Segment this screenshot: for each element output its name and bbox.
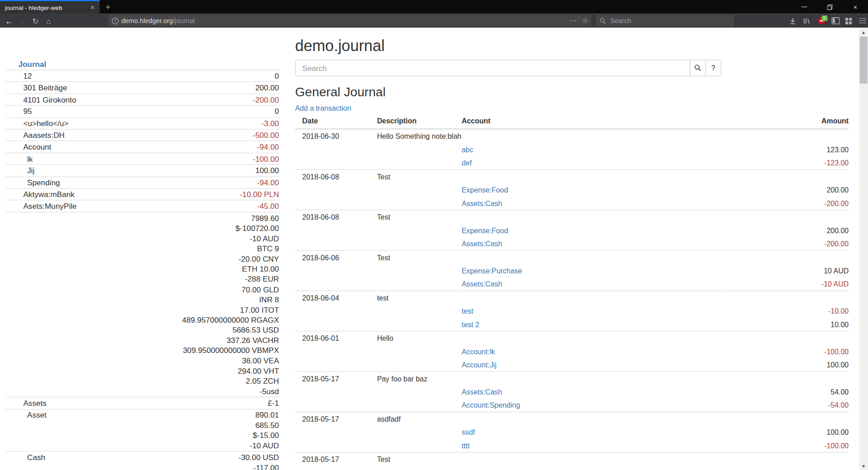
posting-account-link[interactable]: test 2 xyxy=(462,320,479,329)
posting-row[interactable]: Expense:Food200.00 xyxy=(295,224,849,237)
add-transaction-link[interactable]: Add a transaction xyxy=(295,104,351,112)
posting-account-link[interactable]: def xyxy=(462,159,472,167)
account-row: lk-100.00 xyxy=(5,153,280,165)
window-close-button[interactable]: × xyxy=(843,0,868,14)
transaction-row[interactable]: 2018-06-01Hello xyxy=(295,331,849,345)
scroll-down-arrow[interactable]: ▼ xyxy=(859,461,868,470)
posting-account-link[interactable]: Account:Jij xyxy=(462,361,496,369)
posting-row[interactable]: test-10.00 xyxy=(295,305,849,318)
browser-search-field[interactable]: Search xyxy=(596,15,734,27)
account-row: 4101 Girokonto-200.00 xyxy=(5,94,280,106)
transaction-row[interactable]: 2018-05-17Test xyxy=(295,452,849,466)
posting-row[interactable]: Expense:Food200.00 xyxy=(295,183,849,197)
account-link[interactable]: Asets:MunyPile xyxy=(23,201,76,212)
posting-row[interactable]: Account:Jij100.00 xyxy=(295,358,849,372)
account-link[interactable]: <u>hello</u> xyxy=(23,118,68,129)
posting-account-link[interactable]: Assets:Cash xyxy=(462,388,502,396)
site-info-icon[interactable]: i xyxy=(112,18,118,24)
transaction-row[interactable]: 2018-05-17Pay foo bar baz xyxy=(295,372,849,385)
sidebar-header: Journal xyxy=(5,59,280,70)
transaction-row[interactable]: 2018-06-08Test xyxy=(295,210,849,224)
posting-row[interactable]: Assets:Cash-200.00 xyxy=(295,237,849,250)
reload-button[interactable]: ↻ xyxy=(29,14,42,28)
scrollbar-thumb[interactable] xyxy=(860,37,868,84)
transaction-row[interactable]: 2018-06-04test xyxy=(295,291,849,305)
scroll-up-arrow[interactable]: ▲ xyxy=(859,28,868,37)
account-link[interactable]: Cash xyxy=(23,452,45,463)
account-link[interactable]: Spending xyxy=(23,178,60,188)
posting-account-link[interactable]: ssdf xyxy=(462,428,475,436)
posting-row[interactable]: ssdf100.00 xyxy=(295,426,849,439)
posting-row[interactable]: Account:lk-100.00 xyxy=(295,345,849,358)
account-link[interactable]: Jij xyxy=(23,165,34,176)
account-link[interactable]: Aaasets:DH xyxy=(23,130,64,141)
posting-account-link[interactable]: Account:lk xyxy=(462,348,495,356)
extension-button-2[interactable] xyxy=(842,14,855,28)
balance-amount: 17.00 ITOT xyxy=(182,305,279,315)
posting-row[interactable]: Account:Spending-54.00 xyxy=(295,399,849,412)
transaction-row[interactable]: 2018-05-17asdfadf xyxy=(295,412,849,426)
posting-row[interactable]: Expense:Purchase10 AUD xyxy=(295,264,849,277)
account-link[interactable]: 301 Beiträge xyxy=(23,83,67,93)
posting-account-link[interactable]: Assets:Cash xyxy=(462,199,502,207)
back-button[interactable]: ← xyxy=(2,14,15,28)
balance-amount: -3.00 xyxy=(261,118,279,129)
posting-account-link[interactable]: Expense:Purchase xyxy=(462,267,522,275)
posting-account-link[interactable]: Assets:Cash xyxy=(462,240,502,248)
posting-row[interactable]: abc123.00 xyxy=(295,143,849,156)
menu-button[interactable] xyxy=(856,14,868,28)
posting-row[interactable]: Assets:Cash-200.00 xyxy=(295,197,849,210)
posting-account-link[interactable]: Expense:Food xyxy=(462,186,508,194)
window-restore-button[interactable] xyxy=(817,0,842,14)
posting-account-link[interactable]: abc xyxy=(462,146,473,154)
downloads-button[interactable] xyxy=(786,14,799,28)
bookmark-star-icon[interactable]: ☆ xyxy=(579,17,591,25)
account-link[interactable]: 12 xyxy=(23,71,32,81)
balance-amount: 0 xyxy=(275,106,279,117)
forward-button[interactable]: → xyxy=(15,14,28,28)
tab-close-icon[interactable]: × xyxy=(90,4,94,11)
account-link[interactable]: Asset xyxy=(23,410,46,420)
balance-amount: -288 EUR xyxy=(182,274,279,285)
account-link[interactable]: 4101 Girokonto xyxy=(23,94,76,105)
account-link[interactable]: 95 xyxy=(23,106,32,117)
browser-tab[interactable]: journal - hledger-web × xyxy=(0,0,99,14)
posting-account-link[interactable]: test xyxy=(462,307,473,315)
journal-search-input[interactable] xyxy=(295,60,690,76)
new-tab-button[interactable]: + xyxy=(99,0,116,14)
search-help-button[interactable]: ? xyxy=(705,60,722,76)
url-bar[interactable]: i demo.hledger.org/journal ⋯ ☆ xyxy=(108,15,591,27)
window-minimize-button[interactable] xyxy=(792,0,817,14)
extension-badge: 0 xyxy=(821,15,827,21)
home-button[interactable]: ⌂ xyxy=(42,14,55,28)
account-balance: 0 xyxy=(275,71,279,81)
journal-link[interactable]: Journal xyxy=(18,60,46,69)
sidebar-toggle-button[interactable] xyxy=(829,14,842,28)
account-link[interactable]: lk xyxy=(23,154,33,164)
posting-account-link[interactable]: Expense:Food xyxy=(462,226,508,234)
posting-account: ssdf xyxy=(462,426,727,439)
transaction-row[interactable]: 2018-06-30Hello Something note:blah xyxy=(295,129,849,143)
posting-account-link[interactable]: Assets:Cash xyxy=(462,280,502,288)
transaction-row[interactable]: 2018-06-06Test xyxy=(295,250,849,264)
posting-row[interactable]: Assets:Cash-10 AUD xyxy=(295,277,849,291)
account-row: Cash-30.00 USD-117.00 xyxy=(5,451,280,470)
posting-row[interactable]: tttt-100.00 xyxy=(295,439,849,452)
account-link[interactable]: Assets xyxy=(23,398,46,409)
posting-row[interactable]: test 210.00 xyxy=(295,318,849,331)
account-link[interactable]: Account xyxy=(23,142,51,152)
posting-account-link[interactable]: Account:Spending xyxy=(462,401,520,409)
page-actions-icon[interactable]: ⋯ xyxy=(567,17,579,25)
page-scrollbar[interactable]: ▲ ▼ xyxy=(859,28,868,470)
balance-amount: -10 AUD xyxy=(250,440,279,451)
transaction-row[interactable]: 2018-06-08Test xyxy=(295,170,849,183)
journal-search-button[interactable] xyxy=(690,60,706,76)
account-row: Asset890.01685.50$-15.00-10 AUD xyxy=(5,409,280,452)
posting-row[interactable]: def-123.00 xyxy=(295,156,849,170)
account-link[interactable]: Aktywa:mBank xyxy=(23,189,74,200)
transaction-description: test xyxy=(377,291,462,305)
library-button[interactable] xyxy=(800,14,813,28)
posting-account-link[interactable]: tttt xyxy=(462,442,470,450)
posting-row[interactable]: Assets:Cash54.00 xyxy=(295,385,849,399)
account-balance: -100.00 xyxy=(253,154,279,164)
